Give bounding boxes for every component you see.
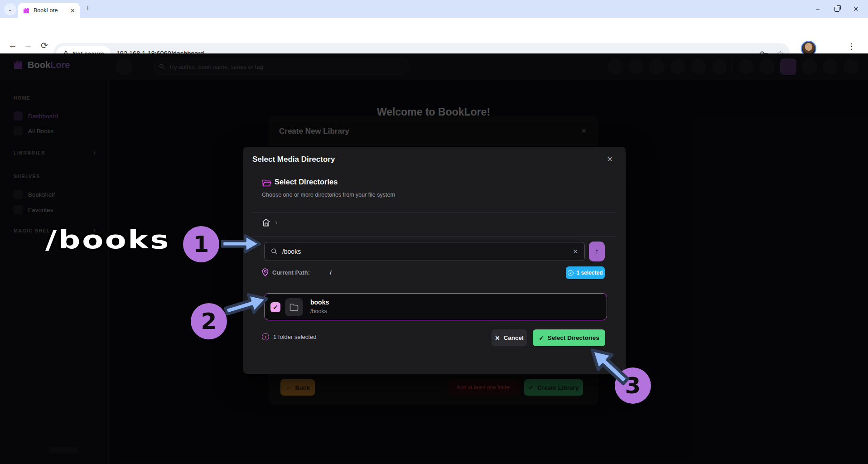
- directory-checkbox[interactable]: ✓: [270, 302, 280, 312]
- section-title: Select Directories: [275, 178, 338, 186]
- browser-tabstrip: ⌄ BookLore ✕ + – ✕: [0, 0, 868, 18]
- current-path-value: /: [330, 269, 332, 276]
- annotation-books-label: /books: [45, 225, 170, 254]
- screenshot: ⌄ BookLore ✕ + – ✕ ← → ⟳ No: [0, 0, 868, 464]
- divider: [252, 212, 617, 213]
- select-media-directory-modal: Select Media Directory ✕ Select Director…: [243, 147, 626, 374]
- select-label: Select Directories: [548, 334, 599, 341]
- booklore-page: BookLore: [0, 53, 868, 464]
- check-icon: ✓: [273, 304, 278, 311]
- new-tab-button[interactable]: +: [85, 4, 90, 13]
- current-path-label: Current Path:: [272, 269, 310, 276]
- home-breadcrumb-icon[interactable]: [262, 218, 270, 227]
- window-controls: – ✕: [808, 0, 865, 18]
- window-minimize-button[interactable]: –: [808, 0, 827, 18]
- tab-close-icon[interactable]: ✕: [70, 7, 75, 14]
- tab-search-button[interactable]: ⌄: [4, 3, 16, 15]
- browser-tab[interactable]: BookLore ✕: [18, 3, 80, 18]
- directory-search-field[interactable]: ✕: [264, 242, 585, 261]
- selected-count-badge: ✓ 1 selected: [566, 266, 605, 279]
- check-icon: ✓: [539, 334, 544, 342]
- divider: [252, 237, 617, 237]
- directory-name: books: [310, 299, 329, 306]
- tab-title: BookLore: [34, 7, 67, 14]
- current-path-row: Current Path: /: [262, 268, 332, 276]
- directory-row-books[interactable]: ✓ books /books: [264, 293, 607, 320]
- folder-tile: [285, 298, 303, 316]
- cancel-button[interactable]: ✕ Cancel: [492, 329, 527, 346]
- annotation-step-1: 1: [183, 226, 219, 262]
- window-restore-button[interactable]: [827, 0, 846, 18]
- search-icon: [271, 248, 278, 255]
- forward-button[interactable]: →: [22, 39, 34, 52]
- back-button[interactable]: ←: [6, 39, 19, 52]
- close-icon: ✕: [495, 334, 500, 342]
- annotation-step-2: 2: [191, 303, 227, 339]
- chevron-down-icon: ⌄: [8, 6, 12, 13]
- selected-count-label: 1 selected: [576, 270, 603, 276]
- modal-title: Select Media Directory: [252, 155, 335, 164]
- window-close-button[interactable]: ✕: [846, 0, 865, 18]
- cancel-label: Cancel: [504, 334, 524, 341]
- go-up-directory-button[interactable]: ↑: [589, 242, 605, 261]
- annotation-arrow-1: [218, 233, 264, 254]
- booklore-favicon: [23, 7, 30, 14]
- info-icon: i: [262, 333, 269, 340]
- folder-icon: [289, 304, 299, 311]
- section-subtitle: Choose one or more directories from your…: [262, 192, 395, 198]
- modal-close-icon[interactable]: ✕: [607, 155, 613, 164]
- folder-selected-status: 1 folder selected: [273, 334, 316, 340]
- browser-menu-icon[interactable]: ⋮: [848, 42, 855, 51]
- check-circle-icon: ✓: [568, 270, 574, 276]
- reload-button[interactable]: ⟳: [38, 39, 51, 52]
- browser-toolbar: ← → ⟳ Not secure 192.168.1.18:6060/dashb…: [0, 18, 868, 53]
- open-folder-icon: [262, 178, 272, 187]
- directory-search-input[interactable]: [282, 248, 568, 255]
- arrow-up-icon: ↑: [595, 247, 599, 256]
- directory-path: /books: [310, 308, 327, 314]
- restore-icon: [834, 7, 839, 12]
- breadcrumb-chevron-icon: ›: [275, 218, 277, 227]
- clear-search-icon[interactable]: ✕: [573, 248, 578, 255]
- location-pin-icon: [262, 268, 269, 276]
